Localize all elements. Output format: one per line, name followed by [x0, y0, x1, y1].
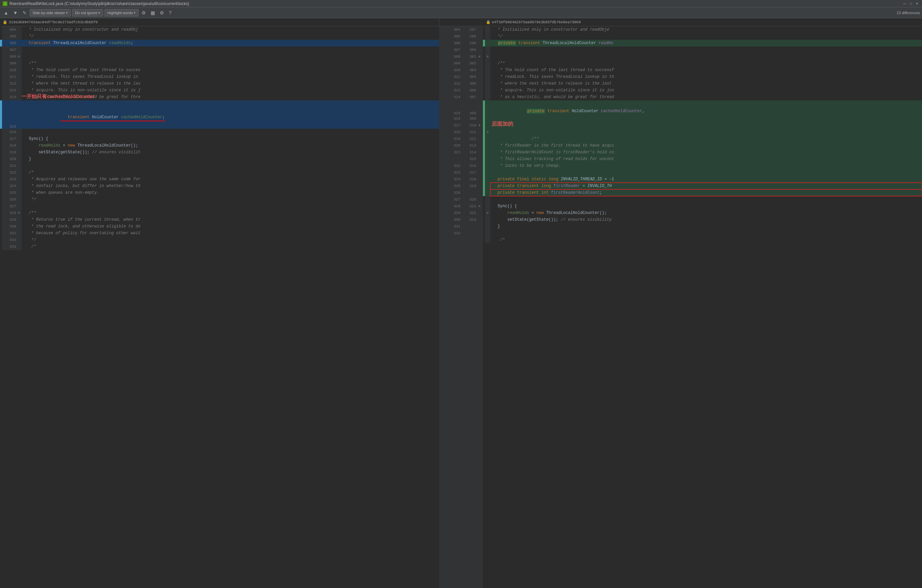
- line-code: readHolds = new ThreadLocalHoldCounter()…: [490, 210, 922, 216]
- line-code: Sync() {: [21, 136, 439, 142]
- line-code: * Acquires and releases use the same cod…: [21, 176, 439, 183]
- table-row: private transient long firstReader = INV…: [483, 183, 922, 189]
- gutter-row: 317310≡: [439, 122, 483, 129]
- line-code: setState(getState()); // ensures visibil…: [490, 216, 922, 223]
- table-row: 307: [0, 46, 439, 53]
- close-button[interactable]: ✕: [915, 2, 919, 6]
- table-row: [483, 169, 922, 176]
- table-row: Sync() {: [483, 203, 922, 210]
- line-number: 328: [2, 210, 16, 216]
- left-panel[interactable]: 304 * Initialized only in constructor an…: [0, 26, 439, 588]
- table-row: [483, 46, 922, 53]
- right-filepath: 🔒 e4f30f808482975aa0979e3b85fdb76e0ea7d9…: [483, 18, 922, 26]
- line-code: * The hold count of the last thread to s…: [490, 67, 922, 74]
- filepath-bar: 🔒 319a3b994703aac84df7bcde272adfcb3cdbbb…: [0, 18, 922, 26]
- right-panel[interactable]: * Initialized only in constructor and re…: [483, 26, 922, 588]
- gutter-row: 307300: [439, 46, 483, 53]
- line-code: * when queues are non-empty.: [21, 189, 439, 196]
- line-number: 329: [2, 216, 16, 223]
- gutter-row: 313306: [439, 87, 483, 94]
- table-row: 328 ≡ /**: [0, 210, 439, 216]
- table-row: * readLock. This saves ThreadLocal looku…: [483, 74, 922, 80]
- gutter-row: 315308: [439, 100, 483, 115]
- right-annotation: 后面加的: [492, 121, 513, 127]
- line-mark: [16, 26, 21, 33]
- gutter-row: 330323: [439, 216, 483, 223]
- maximize-button[interactable]: □: [909, 2, 913, 6]
- lock-icon-right: 🔒: [486, 20, 490, 24]
- line-number: 306: [2, 40, 16, 46]
- line-code: /**: [21, 60, 439, 67]
- table-row: */: [483, 33, 922, 40]
- table-row: * The hold count of the last thread to s…: [483, 67, 922, 74]
- gutter-row: 308301≡: [439, 53, 483, 60]
- line-code: */: [21, 237, 439, 243]
- viewer-mode-arrow: ▾: [66, 11, 68, 15]
- line-code: readHolds = new ThreadLocalHoldCounter()…: [21, 142, 439, 149]
- line-code: private transient long firstReader = INV…: [490, 183, 922, 189]
- line-number: 311: [2, 74, 16, 80]
- line-number: 316: [2, 129, 16, 136]
- line-number: 326: [2, 196, 16, 203]
- ignore-dropdown[interactable]: Do not ignore ▾: [72, 9, 103, 16]
- gutter-row: 321314: [439, 149, 483, 156]
- table-row: [483, 230, 922, 237]
- line-code: * Returns true if the current thread, wh…: [21, 216, 439, 223]
- table-row: 313 * acquire. This is non-volatile sinc…: [0, 87, 439, 94]
- help-button[interactable]: ?: [167, 9, 173, 16]
- gutter-row: 325319: [439, 183, 483, 189]
- left-annotation: 一开始只有cachedHoldCounter: [21, 93, 95, 100]
- table-row: }: [483, 223, 922, 230]
- ignore-arrow: ▾: [98, 11, 100, 15]
- line-code: 一开始只有cachedHoldCounter transient HoldCou…: [21, 100, 439, 129]
- table-row: 327: [0, 203, 439, 210]
- table-row: 317 Sync() {: [0, 136, 439, 142]
- gutter-row: 327320: [439, 196, 483, 203]
- gutter-row: 319312: [439, 136, 483, 142]
- line-number: 314: [2, 94, 16, 100]
- table-row: * as a heuristic, and would be great for…: [483, 94, 922, 100]
- gutter-row: 314307: [439, 94, 483, 100]
- settings-icon1[interactable]: ⚙: [140, 9, 147, 16]
- line-number: 331: [2, 230, 16, 237]
- settings-icon2[interactable]: ⚙: [158, 9, 166, 16]
- viewer-mode-dropdown[interactable]: Side-by-side viewer ▾: [29, 9, 71, 16]
- highlight-dropdown[interactable]: Highlight words ▾: [105, 9, 139, 16]
- viewer-mode-label: Side-by-side viewer: [33, 11, 65, 15]
- toolbar: ▲ ▼ ✎ Side-by-side viewer ▾ Do not ignor…: [0, 7, 922, 18]
- line-mark: [16, 33, 21, 40]
- table-row: 332 */: [0, 237, 439, 243]
- edit-button[interactable]: ✎: [21, 9, 28, 16]
- table-row: 318 readHolds = new ThreadLocalHoldCount…: [0, 142, 439, 149]
- table-row: private transient int firstReaderHoldCou…: [483, 189, 922, 196]
- line-number: 330: [2, 223, 16, 230]
- app-window: J ReentrantReadWriteLock.java (C:\study\…: [0, 0, 922, 588]
- line-code: * firstReader is the first thread to hav…: [490, 142, 922, 149]
- title-bar-left: J ReentrantReadWriteLock.java (C:\study\…: [3, 2, 189, 6]
- line-code: [490, 169, 922, 176]
- line-code: /*: [21, 169, 439, 176]
- line-mark: [16, 46, 21, 53]
- gutter-row: 322316: [439, 162, 483, 169]
- table-row: [483, 196, 922, 203]
- line-code: /*: [21, 243, 439, 250]
- left-filepath: 🔒 319a3b994703aac84df7bcde272adfcb3cdbbb…: [0, 18, 440, 26]
- line-mark: [16, 87, 21, 94]
- nav-down-button[interactable]: ▼: [11, 9, 20, 16]
- nav-up-button[interactable]: ▲: [2, 9, 10, 16]
- gutter-row: 315: [439, 156, 483, 162]
- table-row: 324 * nonfair locks, but differ in wheth…: [0, 183, 439, 189]
- table-row: 305 */: [0, 33, 439, 40]
- minimize-button[interactable]: —: [902, 2, 907, 6]
- line-mark: ≡: [16, 53, 21, 60]
- line-code: [21, 129, 439, 136]
- table-row: setState(getState()); // ensures visibil…: [483, 216, 922, 223]
- line-code: [21, 46, 439, 53]
- grid-icon[interactable]: ▦: [149, 9, 157, 16]
- line-code: * where the next thread to release is th…: [21, 80, 439, 87]
- table-row: 309 /**: [0, 60, 439, 67]
- table-row: ≡ 后面加的 /**: [483, 122, 922, 142]
- table-row: 323 * Acquires and releases use the same…: [0, 176, 439, 183]
- line-code: * as a heuristic, and would be great for…: [490, 94, 922, 100]
- line-mark: [16, 74, 21, 80]
